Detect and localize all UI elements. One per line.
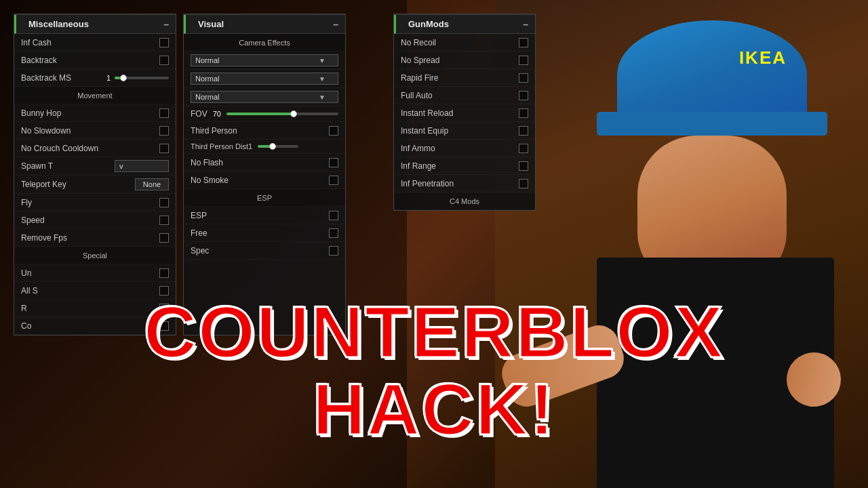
panel-visual: Visual – Camera Effects Normal ▼ Normal … xyxy=(183,14,346,336)
overlay-text-container: COUNTERBLOX HACK! xyxy=(0,293,868,447)
fov-thumb xyxy=(290,110,297,117)
row-inf-ammo: Inf Ammo xyxy=(394,140,535,157)
row-bunny-hop: Bunny Hop xyxy=(14,104,176,122)
label-no-slowdown: No Slowdown xyxy=(21,126,71,136)
label-camera-effects: Camera Effects xyxy=(239,39,290,47)
label-inf-penetration: Inf Penetration xyxy=(401,179,454,188)
dropdown-normal-3[interactable]: Normal ▼ xyxy=(191,91,338,103)
row-fly: Fly xyxy=(14,194,176,211)
panel-gunmods: GunMods – No Recoil No Spread Rapid Fire… xyxy=(393,14,536,211)
row-full-auto: Full Auto xyxy=(394,87,535,104)
label-no-crouch: No Crouch Cooldown xyxy=(21,144,98,153)
hat-text: IKEA xyxy=(739,47,787,68)
checkbox-fly[interactable] xyxy=(159,198,169,207)
checkbox-no-flash[interactable] xyxy=(329,158,338,167)
panel-gunmods-minimize[interactable]: – xyxy=(523,20,528,29)
row-no-recoil: No Recoil xyxy=(394,34,535,52)
dropdown-normal-1-value: Normal xyxy=(195,56,219,64)
row-teleport-key: Teleport Key None xyxy=(14,176,176,194)
row-inf-range: Inf Range xyxy=(394,157,535,175)
checkbox-no-crouch[interactable] xyxy=(159,144,169,153)
checkbox-bunny-hop[interactable] xyxy=(159,108,169,118)
hat-brim xyxy=(597,112,827,136)
checkbox-no-slowdown[interactable] xyxy=(159,126,169,136)
checkbox-spec-speed[interactable] xyxy=(329,246,338,256)
dist-thumb xyxy=(269,143,276,150)
label-freecam: Free xyxy=(191,228,208,238)
label-third-person: Third Person xyxy=(191,126,237,136)
label-remove: Remove Fps xyxy=(21,233,67,243)
checkbox-speed[interactable] xyxy=(159,216,169,225)
fov-fill xyxy=(226,113,294,115)
checkbox-instant-equip[interactable] xyxy=(519,126,528,136)
row-normal-2: Normal ▼ xyxy=(184,70,345,88)
slider-container-backtrack: 1 xyxy=(100,74,169,82)
fov-value: 70 xyxy=(213,110,221,118)
checkbox-inf-cash[interactable] xyxy=(159,38,169,47)
checkbox-un[interactable] xyxy=(159,268,169,278)
row-instant-equip: Instant Equip xyxy=(394,122,535,140)
label-bunny-hop: Bunny Hop xyxy=(21,108,61,118)
label-spec-speed: Spec xyxy=(191,246,209,256)
checkbox-third-person[interactable] xyxy=(329,126,338,136)
section-c4-mods: C4 Mods xyxy=(394,192,535,210)
checkbox-full-auto[interactable] xyxy=(519,91,528,100)
checkbox-esp[interactable] xyxy=(329,211,338,220)
label-third-person-dist: Third Person Dist1 xyxy=(191,142,252,150)
panel-miscellaneous: Miscellaneous – Inf Cash Backtrack Backt… xyxy=(14,14,176,336)
dropdown-spawn-t[interactable]: v xyxy=(115,160,169,172)
overlay-text-line2: HACK! xyxy=(0,371,868,447)
row-normal-1: Normal ▼ xyxy=(184,52,345,70)
dropdown-arrow-1: ▼ xyxy=(319,57,326,64)
key-teleport[interactable]: None xyxy=(135,178,169,190)
panel-visual-header: Visual – xyxy=(184,15,345,34)
panel-gunmods-header-inner: GunMods – xyxy=(403,19,528,29)
label-backtrack: Backtrack xyxy=(21,56,57,65)
dropdown-normal-2[interactable]: Normal ▼ xyxy=(191,73,338,85)
section-special-label: Special xyxy=(83,251,107,260)
checkbox-no-spread[interactable] xyxy=(519,56,528,65)
row-esp: ESP xyxy=(184,207,345,224)
label-no-flash: No Flash xyxy=(191,158,223,167)
panel-misc-minimize[interactable]: – xyxy=(163,20,169,29)
checkbox-rapid-fire[interactable] xyxy=(519,73,528,83)
dropdown-normal-1[interactable]: Normal ▼ xyxy=(191,54,338,66)
panel-gunmods-title: GunMods xyxy=(408,19,449,29)
slider-fov[interactable] xyxy=(226,113,338,115)
row-third-person: Third Person xyxy=(184,122,345,140)
label-esp-sub: ESP xyxy=(191,211,207,220)
row-inf-penetration: Inf Penetration xyxy=(394,175,535,192)
row-no-flash: No Flash xyxy=(184,154,345,171)
panel-visual-header-inner: Visual – xyxy=(193,19,338,29)
label-spawn-t: Spawn T xyxy=(21,161,53,171)
panel-misc-title: Miscellaneous xyxy=(28,19,89,29)
label-teleport-key: Teleport Key xyxy=(21,180,66,189)
checkbox-inf-penetration[interactable] xyxy=(519,179,528,188)
checkbox-remove[interactable] xyxy=(159,233,169,243)
label-full-auto: Full Auto xyxy=(401,91,433,100)
checkbox-freecam[interactable] xyxy=(329,228,338,238)
checkbox-no-recoil[interactable] xyxy=(519,38,528,47)
checkbox-inf-range[interactable] xyxy=(519,161,528,171)
slider-track-backtrack[interactable] xyxy=(115,77,169,79)
row-speed: Speed xyxy=(14,211,176,229)
panel-misc-header: Miscellaneous – xyxy=(14,15,176,34)
row-instant-reload: Instant Reload xyxy=(394,104,535,122)
checkbox-instant-reload[interactable] xyxy=(519,108,528,118)
label-inf-ammo: Inf Ammo xyxy=(401,144,435,153)
slider-fill-backtrack xyxy=(115,77,120,79)
label-c4-mods: C4 Mods xyxy=(450,197,479,205)
section-esp: ESP xyxy=(184,189,345,207)
dropdown-normal-3-value: Normal xyxy=(195,93,219,101)
row-un: Un xyxy=(14,264,176,282)
row-spawn-t: Spawn T v xyxy=(14,157,176,176)
checkbox-no-smoke[interactable] xyxy=(329,176,338,185)
slider-dist[interactable] xyxy=(258,145,298,148)
label-inf-range: Inf Range xyxy=(401,161,436,171)
checkbox-inf-ammo[interactable] xyxy=(519,144,528,153)
dropdown-spawn-t-value: v xyxy=(119,162,123,170)
row-normal-3: Normal ▼ xyxy=(184,88,345,106)
checkbox-backtrack[interactable] xyxy=(159,56,169,65)
panel-visual-minimize[interactable]: – xyxy=(333,20,338,29)
row-fov: FOV 70 xyxy=(184,106,345,122)
